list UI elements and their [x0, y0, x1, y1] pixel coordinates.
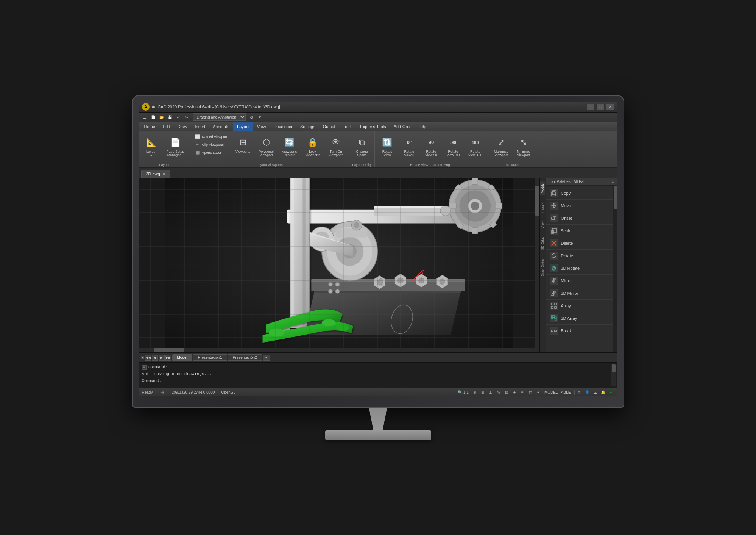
menu-annotate[interactable]: Annotate: [209, 122, 233, 131]
expand-nav-btn[interactable]: +: [141, 356, 144, 359]
menu-settings[interactable]: Settings: [296, 122, 319, 131]
status-snap-btn[interactable]: ⊕: [471, 389, 478, 396]
status-transparency-btn[interactable]: ◻: [527, 389, 534, 396]
prompt-collapse-icon[interactable]: ▼: [142, 365, 147, 370]
tool-delete[interactable]: Delete: [546, 237, 613, 250]
menu-help[interactable]: Help: [414, 122, 430, 131]
ribbon-btn-vports-layer[interactable]: ▤ Vports Layer: [193, 149, 229, 156]
menu-layout[interactable]: Layout: [233, 122, 253, 131]
ribbon-btn-layout[interactable]: 📐 Layout ▼: [141, 133, 162, 161]
status-cloud-btn[interactable]: ☁: [592, 389, 599, 396]
tool-array[interactable]: Array: [546, 300, 613, 312]
ribbon-btn-rotate-view-180[interactable]: 180 RotateView 180: [465, 133, 486, 160]
status-arrow-icon[interactable]: [159, 390, 165, 396]
sheet-nav-last[interactable]: ▶▶: [165, 355, 171, 361]
status-dyn-btn[interactable]: ◈: [511, 389, 518, 396]
menu-insert[interactable]: Insert: [191, 122, 209, 131]
qa-redo-button[interactable]: ↪: [183, 113, 190, 121]
sheet-tab-model[interactable]: Model: [172, 354, 192, 361]
status-ortho-btn[interactable]: ⊥: [487, 389, 494, 396]
ribbon-btn-minimize-viewport[interactable]: ⤡ MinimizeViewport: [513, 133, 534, 160]
status-notification-btn[interactable]: 🔔: [600, 389, 606, 396]
status-lw-btn[interactable]: ≡: [519, 389, 526, 396]
menu-view[interactable]: View: [253, 122, 270, 131]
tool-mirror[interactable]: Mirror: [546, 275, 613, 287]
vertical-tab-draw-order[interactable]: Draw Order: [540, 257, 545, 278]
command-scrollbar[interactable]: [611, 364, 616, 386]
tool-palette-close[interactable]: ✕: [611, 180, 614, 184]
status-grid-btn[interactable]: ⊞: [479, 389, 486, 396]
tool-copy[interactable]: Copy: [546, 187, 613, 200]
menu-developer[interactable]: Developer: [270, 122, 296, 131]
menu-draw[interactable]: Draw: [174, 122, 191, 131]
viewport[interactable]: [139, 178, 539, 352]
ribbon-section-layout-content: 📐 Layout ▼ 📄 Page SetupManager...: [139, 131, 190, 162]
svg-rect-116: [555, 330, 556, 332]
vertical-tab-modify[interactable]: Modify: [540, 182, 545, 195]
menu-home[interactable]: Home: [140, 122, 159, 131]
ribbon-btn-named-viewport[interactable]: ⬜ Named Viewport: [193, 133, 229, 141]
menu-output[interactable]: Output: [319, 122, 339, 131]
ribbon-btn-rotate-view-neg90[interactable]: -90 RotateView -90: [443, 133, 463, 160]
delete-label: Delete: [561, 241, 573, 246]
ribbon-btn-maximize-viewport[interactable]: ⤢ MaximizeViewport: [491, 133, 512, 160]
status-divider-1: [156, 390, 156, 395]
status-sel-btn[interactable]: +: [535, 389, 542, 396]
ribbon-btn-viewports-restore[interactable]: 🔄 ViewportsRestore: [279, 133, 300, 160]
add-sheet-btn[interactable]: +: [263, 355, 270, 361]
tool-3d-array[interactable]: 3D Array: [546, 312, 613, 325]
menu-tools[interactable]: Tools: [339, 122, 357, 131]
qa-dropdown-button[interactable]: ▼: [256, 113, 264, 121]
doc-tab-close[interactable]: ✕: [162, 172, 165, 176]
ribbon-btn-viewports[interactable]: ⊞ Viewports: [232, 133, 254, 156]
qa-menu-button[interactable]: ☰: [141, 113, 149, 121]
ribbon-btn-lock-viewports[interactable]: 🔒 LockViewports: [302, 133, 323, 160]
tool-break[interactable]: Break: [546, 325, 613, 337]
qa-undo-button[interactable]: ↩: [175, 113, 182, 121]
panel-scrollbar[interactable]: [613, 186, 617, 352]
workspace-dropdown[interactable]: Drafting and Annotation: [193, 113, 246, 121]
vertical-tab-3d-orbit[interactable]: 3D Orbit: [540, 236, 545, 252]
ribbon-btn-change-space[interactable]: ⧉ ChangeSpace: [352, 133, 372, 160]
vertical-tab-view[interactable]: View: [540, 220, 545, 230]
tool-move[interactable]: Move: [546, 200, 613, 212]
viewport-scrollbar-v[interactable]: [535, 178, 539, 352]
minimize-button[interactable]: −: [586, 104, 595, 110]
tool-offset[interactable]: Offset: [546, 212, 613, 225]
ribbon-btn-polygonal-viewport[interactable]: ⬡ PolygonalViewport: [255, 133, 277, 160]
menu-edit[interactable]: Edit: [159, 122, 174, 131]
menu-express-tools[interactable]: Express Tools: [356, 122, 390, 131]
qa-open-button[interactable]: 📂: [158, 113, 165, 121]
ribbon-label-layout: Layout: [139, 162, 190, 167]
tool-3d-mirror[interactable]: 3D Mirror: [546, 287, 613, 300]
tool-rotate[interactable]: Rotate: [546, 250, 613, 262]
sheet-nav-first[interactable]: ◀◀: [145, 355, 151, 361]
command-area[interactable]: ▼ Command: Auto saving open drawings... …: [139, 362, 617, 388]
vertical-tab-inquiry[interactable]: Inquiry: [540, 201, 545, 214]
ribbon-btn-clip-viewports[interactable]: ✂ Clip Viewports: [193, 141, 229, 149]
sheet-tab-presentacion2[interactable]: Presentación2: [228, 354, 262, 361]
status-osnap-btn[interactable]: ⊡: [503, 389, 510, 396]
status-polar-btn[interactable]: ◎: [495, 389, 502, 396]
menu-add-ons[interactable]: Add-Ons: [390, 122, 414, 131]
status-settings-btn[interactable]: ⚙: [576, 389, 583, 396]
ribbon-btn-rotate-view-90[interactable]: 90 RotateView 90: [421, 133, 441, 160]
qa-settings-button[interactable]: ⚙: [248, 113, 256, 121]
qa-save-button[interactable]: 💾: [166, 113, 174, 121]
doc-tab-3ddwg[interactable]: 3D.dwg ✕: [141, 170, 170, 178]
close-button[interactable]: ✕: [606, 104, 614, 110]
tool-3d-rotate[interactable]: 3D Rotate: [546, 262, 613, 275]
ribbon-btn-rotate-view-0[interactable]: 0° RotateView 0: [399, 133, 419, 160]
viewport-scrollbar-h[interactable]: [139, 348, 535, 352]
ribbon-btn-page-setup[interactable]: 📄 Page SetupManager...: [163, 133, 188, 160]
tool-scale[interactable]: Scale: [546, 225, 613, 237]
ribbon-btn-rotate-view[interactable]: 🔃 RotateView: [377, 133, 397, 160]
ribbon-btn-turn-on-viewports[interactable]: 👁 Turn OnViewports: [325, 133, 347, 160]
sheet-nav-prev[interactable]: ◀: [152, 355, 158, 361]
qa-new-button[interactable]: 📄: [150, 113, 157, 121]
svg-marker-103: [552, 291, 554, 295]
sheet-tab-presentacion1[interactable]: Presentación1: [193, 354, 227, 361]
sheet-nav-next[interactable]: ▶: [159, 355, 165, 361]
status-user-btn[interactable]: 👤: [584, 389, 591, 396]
maximize-button[interactable]: □: [596, 104, 605, 110]
